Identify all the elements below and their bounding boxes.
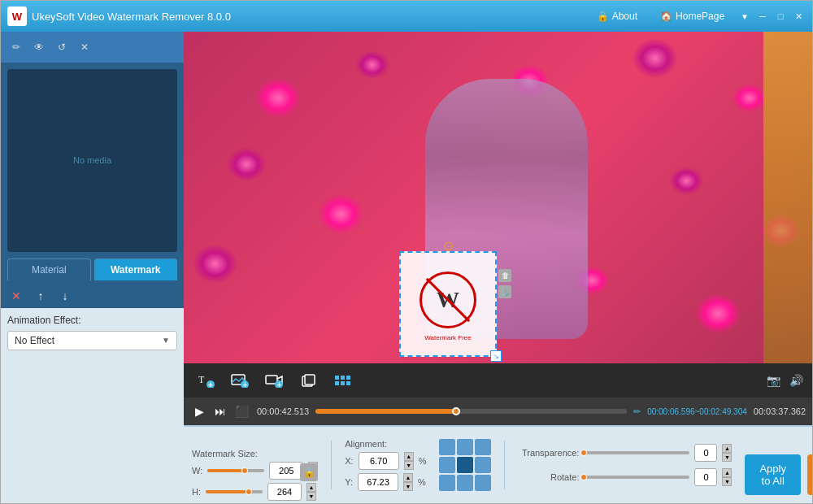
rotate-slider[interactable] xyxy=(584,476,689,479)
watermark-anchor-btn[interactable]: ⚓ xyxy=(498,285,511,298)
trans-spin-down[interactable]: ▼ xyxy=(722,453,732,462)
home-icon: 🏠 xyxy=(660,11,672,22)
align-bottom-center[interactable] xyxy=(457,475,473,491)
animation-effect-select[interactable]: No Effect ▼ xyxy=(7,331,177,350)
rotate-spin-down[interactable]: ▼ xyxy=(722,477,732,486)
height-input[interactable] xyxy=(267,483,302,501)
align-middle-center[interactable] xyxy=(457,457,473,473)
tab-material[interactable]: Material xyxy=(7,259,91,280)
transparence-thumb[interactable] xyxy=(580,450,587,456)
next-button[interactable]: Next -> xyxy=(807,454,812,495)
y-spin-down[interactable]: ▼ xyxy=(403,482,413,491)
alignment-section: Alignment: X: ▲ ▼ % Y: ▲ xyxy=(345,439,426,491)
height-spinner: ▲ ▼ xyxy=(307,483,316,501)
close-sidebar-btn[interactable]: ✕ xyxy=(76,38,93,56)
y-label: Y: xyxy=(345,477,353,487)
close-button[interactable]: ✕ xyxy=(791,9,806,24)
copy-watermark-btn[interactable] xyxy=(293,367,324,394)
rotate-spin-up[interactable]: ▲ xyxy=(722,468,732,477)
move-up-button[interactable]: ↑ xyxy=(32,287,50,305)
watermark-resize-handle[interactable]: ↘ xyxy=(490,350,502,362)
homepage-button[interactable]: 🏠 HomePage xyxy=(654,8,731,24)
height-slider-thumb[interactable] xyxy=(246,489,252,495)
watermark-panel: Animation Effect: No Effect ▼ xyxy=(1,308,184,504)
next-frame-button[interactable]: ⏭ xyxy=(211,402,229,420)
sidebar-control-bar: ✕ ↑ ↓ xyxy=(1,284,184,308)
svg-rect-10 xyxy=(305,375,315,385)
align-middle-right[interactable] xyxy=(475,457,491,473)
x-input[interactable] xyxy=(359,452,399,470)
material-thumbnail: No media xyxy=(7,69,177,252)
width-slider[interactable] xyxy=(207,469,264,472)
divider-2 xyxy=(504,441,505,489)
trans-spin-up[interactable]: ▲ xyxy=(722,444,732,453)
screenshot-btn[interactable]: 📷 xyxy=(763,371,783,390)
sidebar-top-bar: ✏ 👁 ↺ ✕ xyxy=(1,32,184,63)
tab-watermark[interactable]: Watermark xyxy=(94,259,178,280)
watermark-element[interactable]: ⊙ W Watermark Free ↘ 🗑 ⚓ xyxy=(399,251,497,357)
svg-text:+: + xyxy=(277,380,282,388)
y-input[interactable] xyxy=(358,473,398,491)
add-text-watermark-btn[interactable]: + T xyxy=(190,367,221,394)
sidebar-tab-bar: Material Watermark xyxy=(7,259,177,280)
svg-rect-16 xyxy=(346,381,350,385)
rotate-label: Rotate: xyxy=(518,472,579,482)
dropdown-arrow[interactable]: ▼ xyxy=(741,12,749,21)
range-icon: ✏ xyxy=(633,406,641,417)
watermark-size-section: Watermark Size: W: ▲ ▼ xyxy=(192,449,318,481)
app-window: W UkeySoft Video Watermark Remover 8.0.0… xyxy=(0,0,813,504)
time-range-display: 00:00:06.596~00:02:49.304 xyxy=(647,407,747,416)
svg-rect-15 xyxy=(341,381,345,385)
move-down-button[interactable]: ↓ xyxy=(56,287,74,305)
align-top-right[interactable] xyxy=(475,439,491,455)
width-input[interactable] xyxy=(269,462,303,480)
stop-button[interactable]: ⬛ xyxy=(233,402,250,420)
maximize-button[interactable]: □ xyxy=(773,9,788,24)
add-video-watermark-btn[interactable]: + xyxy=(259,367,289,394)
watermark-size-label: Watermark Size: xyxy=(192,449,318,458)
y-spin-up[interactable]: ▲ xyxy=(403,473,413,482)
minimize-button[interactable]: ─ xyxy=(755,9,770,24)
svg-rect-13 xyxy=(346,376,350,380)
lock-icon: 🔒 xyxy=(597,11,609,22)
volume-btn[interactable]: 🔊 xyxy=(786,371,806,390)
x-spin-down[interactable]: ▼ xyxy=(404,461,414,470)
align-middle-left[interactable] xyxy=(439,457,455,473)
x-spin-up[interactable]: ▲ xyxy=(404,452,414,461)
add-image-watermark-btn[interactable]: + xyxy=(224,367,255,394)
transparence-slider[interactable] xyxy=(584,451,689,454)
watermark-slash xyxy=(426,277,470,321)
align-bottom-left[interactable] xyxy=(439,475,455,491)
height-row: H: ▲ ▼ xyxy=(192,483,318,501)
align-bottom-right[interactable] xyxy=(475,475,491,491)
timeline-slider[interactable] xyxy=(315,409,627,414)
height-spin-up[interactable]: ▲ xyxy=(307,483,316,492)
current-time-display: 00:00:42.513 xyxy=(257,406,309,416)
align-top-left[interactable] xyxy=(439,439,455,455)
pencil-icon-btn[interactable]: ✏ xyxy=(7,38,25,56)
total-time-display: 00:03:37.362 xyxy=(754,406,806,416)
eye-icon-btn[interactable]: 👁 xyxy=(30,38,48,56)
watermark-move-handle[interactable]: ⊙ xyxy=(443,238,454,254)
width-label: W: xyxy=(192,466,202,476)
video-plus-icon: + xyxy=(265,373,283,388)
width-slider-thumb[interactable] xyxy=(241,467,248,474)
sidebar: ✏ 👁 ↺ ✕ No media Material Watermark xyxy=(1,32,184,503)
align-top-center[interactable] xyxy=(457,439,473,455)
timeline-thumb[interactable] xyxy=(452,407,460,415)
height-slider[interactable] xyxy=(206,490,263,493)
height-spin-down[interactable]: ▼ xyxy=(307,492,316,501)
watermark-delete-btn[interactable]: 🗑 xyxy=(498,269,511,282)
rotate-spinner: ▲ ▼ xyxy=(722,468,732,486)
mosaic-btn[interactable] xyxy=(327,367,358,394)
play-button[interactable]: ▶ xyxy=(190,402,208,420)
rotate-thumb[interactable] xyxy=(580,474,587,480)
about-button[interactable]: 🔒 About xyxy=(590,8,644,24)
x-percent-label: % xyxy=(419,456,427,466)
main-content: ✏ 👁 ↺ ✕ No media Material Watermark xyxy=(1,32,812,503)
bottom-action-buttons: Apply to All Next -> xyxy=(745,454,812,498)
refresh-icon-btn[interactable]: ↺ xyxy=(53,38,71,56)
remove-item-button[interactable]: ✕ xyxy=(7,287,25,305)
apply-to-all-button[interactable]: Apply to All xyxy=(745,454,801,495)
aspect-lock-button[interactable]: 🔒 xyxy=(300,463,318,481)
